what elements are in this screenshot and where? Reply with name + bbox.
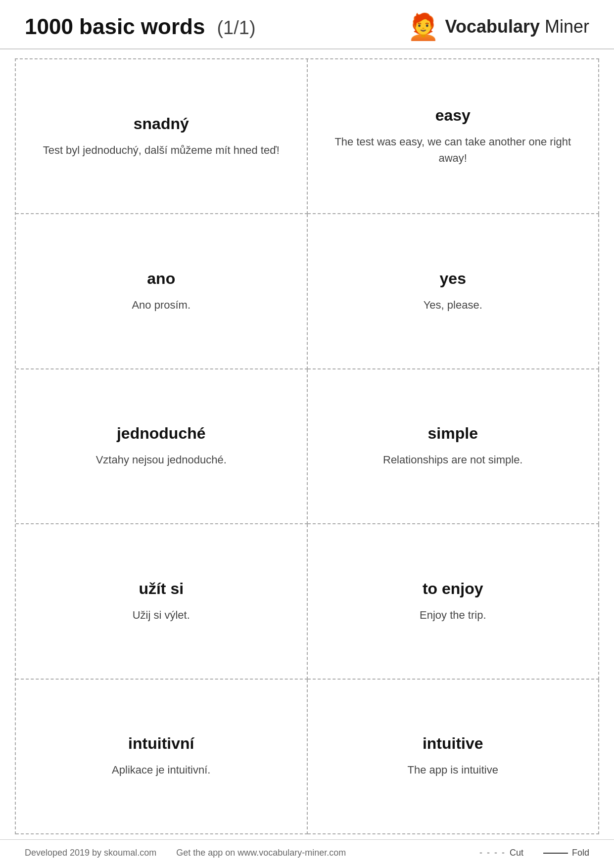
card-word-left-4: intuitivní: [128, 734, 194, 753]
page-title: 1000 basic words: [25, 14, 205, 39]
header: 1000 basic words (1/1) 🧑‍🦰 Vocabulary Mi…: [0, 0, 614, 49]
brand-name-rest: Miner: [540, 16, 589, 37]
cut-label: Cut: [510, 848, 523, 858]
page-pagination: (1/1): [217, 17, 255, 39]
card-left-4: intuitivní Aplikace je intuitivní.: [16, 680, 308, 834]
card-sentence-left-2: Vztahy nejsou jednoduché.: [96, 452, 227, 468]
card-sentence-right-0: The test was easy, we can take another o…: [328, 134, 579, 166]
fold-line-icon: [543, 853, 568, 854]
footer: Developed 2019 by skoumal.com Get the ap…: [0, 839, 614, 868]
footer-left: Developed 2019 by skoumal.com Get the ap…: [25, 848, 346, 858]
card-word-left-1: ano: [147, 270, 175, 288]
card-word-right-3: to enjoy: [423, 580, 483, 598]
header-title-group: 1000 basic words (1/1): [25, 14, 256, 39]
card-right-0: easy The test was easy, we can take anot…: [308, 59, 600, 214]
card-word-left-3: užít si: [139, 580, 184, 598]
footer-fold: Fold: [543, 848, 589, 858]
footer-cut: - - - - Cut: [479, 848, 523, 858]
brand-name-bold: Vocabulary: [445, 16, 540, 37]
card-sentence-left-1: Ano prosím.: [132, 297, 190, 313]
card-word-left-0: snadný: [134, 115, 189, 133]
card-sentence-right-4: The app is intuitive: [408, 762, 498, 778]
footer-get-app: Get the app on www.vocabulary-miner.com: [176, 848, 346, 858]
card-word-right-1: yes: [440, 270, 466, 288]
footer-developed: Developed 2019 by skoumal.com: [25, 848, 156, 858]
cut-line-icon: - - - -: [479, 848, 506, 858]
brand-logo: 🧑‍🦰 Vocabulary Miner: [407, 14, 589, 40]
card-sentence-left-3: Užij si výlet.: [133, 607, 190, 623]
card-word-left-2: jednoduché: [117, 424, 206, 443]
card-left-1: ano Ano prosím.: [16, 214, 308, 369]
fold-label: Fold: [572, 848, 589, 858]
cards-grid: snadný Test byl jednoduchý, další můžeme…: [15, 58, 599, 834]
card-sentence-right-3: Enjoy the trip.: [420, 607, 486, 623]
card-right-4: intuitive The app is intuitive: [308, 680, 600, 834]
card-word-right-0: easy: [435, 106, 471, 125]
card-right-1: yes Yes, please.: [308, 214, 600, 369]
card-sentence-right-2: Relationships are not simple.: [383, 452, 522, 468]
card-left-0: snadný Test byl jednoduchý, další můžeme…: [16, 59, 308, 214]
brand-emoji-icon: 🧑‍🦰: [407, 14, 439, 40]
card-right-3: to enjoy Enjoy the trip.: [308, 524, 600, 679]
card-sentence-right-1: Yes, please.: [424, 297, 482, 313]
brand-name: Vocabulary Miner: [445, 16, 589, 37]
page: 1000 basic words (1/1) 🧑‍🦰 Vocabulary Mi…: [0, 0, 614, 868]
card-right-2: simple Relationships are not simple.: [308, 369, 600, 524]
card-left-2: jednoduché Vztahy nejsou jednoduché.: [16, 369, 308, 524]
card-sentence-left-0: Test byl jednoduchý, další můžeme mít hn…: [43, 142, 280, 158]
card-sentence-left-4: Aplikace je intuitivní.: [112, 762, 210, 778]
footer-right: - - - - Cut Fold: [479, 848, 589, 858]
card-word-right-4: intuitive: [423, 734, 483, 753]
card-left-3: užít si Užij si výlet.: [16, 524, 308, 679]
card-word-right-2: simple: [428, 424, 478, 443]
